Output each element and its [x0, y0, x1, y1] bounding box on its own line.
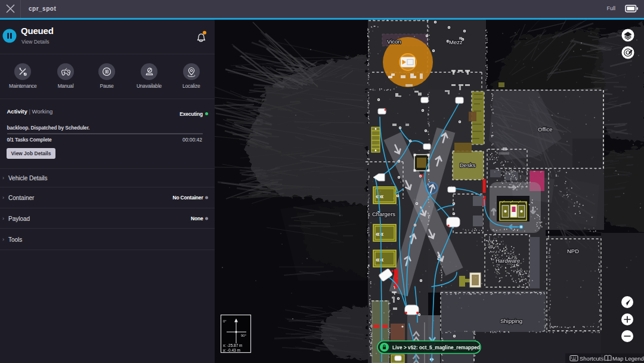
- svg-text:0°: 0°: [223, 319, 227, 323]
- svg-text:Live > v52: oct_5_magline_rema: Live > v52: oct_5_magline_remapped: [392, 344, 480, 350]
- svg-text:Shortcuts: Shortcuts: [580, 355, 603, 362]
- svg-text:Desks: Desks: [460, 162, 476, 168]
- svg-text:Chargers: Chargers: [372, 211, 395, 217]
- svg-text:x: -25.87 m: x: -25.87 m: [223, 343, 243, 347]
- svg-text:««: ««: [376, 256, 384, 264]
- svg-text:Hardware: Hardware: [496, 257, 520, 264]
- svg-text:««: ««: [376, 192, 384, 201]
- svg-text:NPD: NPD: [567, 248, 579, 254]
- svg-text:Shipping: Shipping: [500, 318, 522, 324]
- svg-text:y: -0.43 m: y: -0.43 m: [223, 348, 240, 353]
- svg-text:Office: Office: [538, 126, 553, 133]
- svg-text:Vicon: Vicon: [387, 38, 401, 45]
- svg-text:Mezz: Mezz: [449, 39, 463, 45]
- svg-text:««: ««: [376, 230, 384, 238]
- svg-text:90°: 90°: [241, 334, 247, 337]
- svg-text:Map Legend: Map Legend: [612, 355, 644, 362]
